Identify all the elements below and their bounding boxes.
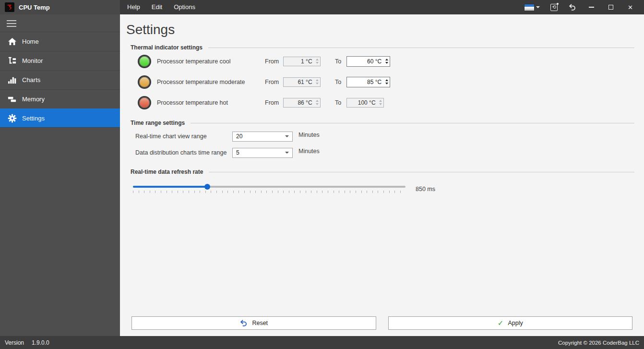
- close-button[interactable]: ✕: [620, 0, 640, 14]
- page-title: Settings: [126, 22, 644, 37]
- distribution-range-select[interactable]: 5: [232, 148, 293, 158]
- from-label: From: [265, 58, 279, 65]
- thermal-row-label: Processor temperature hot: [157, 99, 265, 106]
- to-label: To: [335, 58, 343, 65]
- sidebar-item-home[interactable]: Home: [0, 32, 120, 51]
- maximize-button[interactable]: [601, 0, 620, 14]
- section-title: Time range settings: [131, 120, 185, 126]
- spinner-arrows: [378, 98, 383, 107]
- slider-track[interactable]: [133, 186, 405, 188]
- settings-page: Settings Thermal indicator settings Proc…: [120, 14, 644, 336]
- minimize-icon: [589, 7, 594, 8]
- chart-view-range-select[interactable]: 20: [232, 132, 293, 142]
- sidebar-item-label: Settings: [22, 115, 45, 122]
- spinner-arrows[interactable]: [383, 57, 390, 66]
- hot-to-input: [347, 98, 378, 107]
- sidebar-item-memory[interactable]: Memory: [0, 89, 120, 108]
- spin-up-icon[interactable]: [385, 79, 388, 81]
- selected-value: 5: [236, 149, 239, 156]
- menu-help[interactable]: Help: [121, 0, 146, 14]
- refresh-rate-slider-row: 850 ms: [131, 186, 634, 193]
- section-title: Real-time data refresh rate: [131, 168, 203, 175]
- chevron-down-icon: [285, 152, 289, 154]
- moderate-to-spinner[interactable]: [346, 77, 390, 87]
- hot-from-spinner: [283, 98, 321, 108]
- undo-button[interactable]: [563, 0, 582, 14]
- refresh-rate-slider[interactable]: [133, 186, 405, 193]
- version-value: 1.9.0.0: [32, 339, 49, 346]
- divider: [191, 123, 634, 123]
- refresh-rate-value: 850 ms: [416, 186, 435, 193]
- spin-down-icon[interactable]: [385, 62, 388, 64]
- sidebar-item-charts[interactable]: Charts: [0, 70, 120, 89]
- check-updates-button[interactable]: ⟲: [545, 0, 563, 14]
- spin-up-icon[interactable]: [385, 59, 388, 60]
- menu-edit[interactable]: Edit: [146, 0, 168, 14]
- app-window: CPU Temp Help Edit Options ⟲: [0, 0, 644, 349]
- spin-up-icon: [316, 79, 319, 81]
- home-icon: [7, 37, 17, 47]
- cool-led-indicator: [138, 55, 151, 68]
- reset-button[interactable]: Reset: [131, 316, 376, 330]
- titlebar-icons: ⟲ ✕: [519, 0, 644, 14]
- to-label: To: [335, 99, 343, 106]
- section-title: Thermal indicator settings: [131, 44, 203, 51]
- from-label: From: [265, 99, 279, 106]
- moderate-from-input: [284, 78, 314, 86]
- memory-icon: [7, 95, 17, 104]
- sidebar-item-settings[interactable]: Settings: [0, 108, 120, 128]
- apply-button[interactable]: ✓ Apply: [388, 316, 633, 330]
- chevron-down-icon: [285, 135, 289, 137]
- flag-icon: [525, 4, 534, 11]
- app-title: CPU Temp: [19, 4, 50, 11]
- sidebar: Home Monitor Charts Memory: [0, 14, 120, 336]
- cool-to-spinner[interactable]: [346, 56, 390, 67]
- slider-ticks: [133, 191, 405, 193]
- chart-view-range-row: Real-time chart view range 20 Minutes: [131, 130, 634, 143]
- undo-icon: [568, 3, 576, 12]
- thermal-row-label: Processor temperature cool: [157, 58, 265, 65]
- distribution-range-row: Data distribution charts time range 5 Mi…: [131, 146, 634, 159]
- chart-view-range-label: Real-time chart view range: [135, 133, 232, 140]
- slider-fill: [133, 186, 207, 188]
- reset-undo-icon: [239, 319, 248, 327]
- hamburger-menu-button[interactable]: [0, 14, 120, 32]
- divider: [208, 48, 634, 48]
- cool-to-input[interactable]: [347, 57, 383, 66]
- menu-options[interactable]: Options: [168, 0, 201, 14]
- to-label: To: [335, 79, 343, 85]
- time-range-section: Time range settings Real-time chart view…: [120, 120, 644, 159]
- spinner-arrows: [314, 98, 320, 107]
- minimize-button[interactable]: [582, 0, 601, 14]
- monitor-icon: [7, 56, 17, 66]
- spin-down-icon: [379, 103, 382, 105]
- bar-chart-icon: [7, 75, 17, 85]
- slider-thumb[interactable]: [204, 184, 210, 190]
- moderate-from-spinner: [283, 77, 321, 87]
- sidebar-item-label: Charts: [22, 76, 40, 84]
- statusbar: Version 1.9.0.0 Copyright © 2026 CoderBa…: [0, 336, 644, 349]
- language-flag-selector[interactable]: [519, 0, 545, 14]
- checkmark-icon: ✓: [498, 319, 504, 327]
- from-label: From: [265, 79, 279, 85]
- spin-down-icon[interactable]: [385, 83, 388, 84]
- sidebar-item-label: Memory: [22, 96, 45, 103]
- sidebar-item-label: Home: [22, 38, 39, 45]
- maximize-icon: [608, 5, 613, 10]
- spinner-arrows[interactable]: [383, 77, 390, 87]
- spin-down-icon: [316, 103, 319, 105]
- sidebar-item-monitor[interactable]: Monitor: [0, 51, 120, 70]
- refresh-rate-section: Real-time data refresh rate 850 ms: [120, 168, 644, 193]
- action-buttons: Reset ✓ Apply: [131, 316, 632, 330]
- version-label: Version: [5, 339, 24, 346]
- moderate-to-input[interactable]: [347, 77, 383, 87]
- moderate-led-indicator: [138, 75, 151, 89]
- spin-down-icon: [316, 83, 319, 84]
- spin-up-icon: [316, 100, 319, 102]
- unit-label: Minutes: [298, 130, 320, 138]
- unit-label: Minutes: [298, 146, 320, 155]
- sidebar-item-label: Monitor: [22, 57, 43, 64]
- spin-up-icon: [379, 100, 382, 102]
- thermal-indicator-section: Thermal indicator settings Processor tem…: [120, 44, 644, 113]
- apply-button-label: Apply: [508, 320, 523, 326]
